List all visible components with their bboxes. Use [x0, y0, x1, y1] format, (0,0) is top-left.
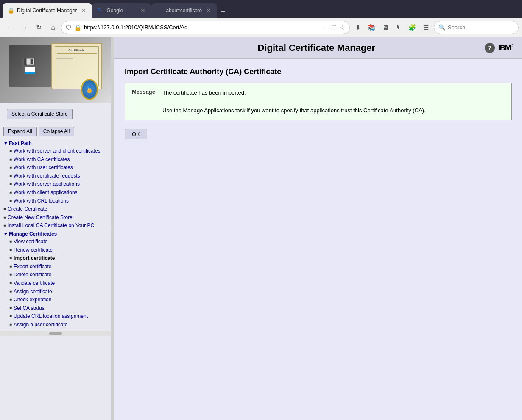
fast-path-header[interactable]: ▼ Fast Path: [0, 139, 111, 147]
main-content: Digital Certificate Manager ? IBM® Impor…: [114, 37, 522, 420]
nav-label-validate-cert: Validate certificate: [14, 280, 55, 287]
nav-work-server-client[interactable]: ■ Work with server and client certificat…: [0, 147, 111, 156]
bullet-mc-4: ■: [9, 264, 12, 269]
bullet-1: ■: [9, 148, 12, 153]
bullet-mc-9: ■: [9, 306, 12, 310]
menu-icon[interactable]: ☰: [419, 21, 432, 34]
collapse-all-button[interactable]: Collapse All: [39, 127, 75, 136]
nav-work-crl[interactable]: ■ Work with CRL locations: [0, 197, 111, 206]
nav-label-assign-cert: Assign certificate: [14, 289, 52, 295]
bullet-3: ■: [9, 165, 12, 170]
tab-title-2: Google: [106, 8, 136, 14]
address-bar[interactable]: 🛡 🔒 ··· 🛡 ☆: [61, 21, 350, 34]
nav-label-set-ca-status: Set CA status: [14, 305, 45, 312]
search-icon: 🔍: [438, 24, 445, 31]
shield-icon: 🛡: [66, 24, 72, 31]
expand-all-button[interactable]: Expand All: [3, 127, 37, 136]
nav-label-import-cert: Import certificate: [14, 255, 55, 262]
address-input[interactable]: [84, 24, 321, 31]
nav-work-server-apps[interactable]: ■ Work with server applications: [0, 180, 111, 189]
tab-title-3: about:certificate: [166, 8, 202, 14]
ok-button[interactable]: OK: [125, 129, 147, 139]
nav-check-expiration[interactable]: ■ Check expiration: [0, 296, 111, 304]
tab-favicon-1: 🔒: [8, 7, 14, 14]
nav-label-renew-cert: Renew certificate: [14, 247, 53, 254]
nav-label-view-cert: View certificate: [14, 239, 47, 245]
nav-assign-user-cert[interactable]: ■ Assign a user certificate: [0, 321, 111, 329]
nav-work-ca[interactable]: ■ Work with CA certificates: [0, 156, 111, 164]
message-line2: Use the Manage Applications task if you …: [162, 106, 426, 115]
nav-renew-cert[interactable]: ■ Renew certificate: [0, 246, 111, 255]
nav-install-local[interactable]: ■ Install Local CA Certificate on Your P…: [0, 222, 111, 230]
home-button[interactable]: ⌂: [47, 21, 59, 34]
fast-path-label: Fast Path: [9, 140, 32, 146]
fast-path-arrow: ▼: [3, 141, 8, 146]
tab-favicon-3: [156, 7, 163, 14]
resize-handle[interactable]: ⋮: [111, 37, 114, 420]
mic-icon[interactable]: 🎙: [392, 21, 405, 34]
nav-set-ca-status[interactable]: ■ Set CA status: [0, 304, 111, 313]
bullet-9: ■: [3, 215, 6, 220]
app-title: Digital Certificate Manager: [148, 42, 485, 53]
bullet-2: ■: [9, 157, 12, 161]
nav-work-user[interactable]: ■ Work with user certificates: [0, 164, 111, 172]
search-input[interactable]: [448, 24, 519, 31]
nav-label-work-server-apps: Work with server applications: [14, 181, 80, 188]
tab-close-2[interactable]: ✕: [140, 7, 146, 14]
synced-tabs-icon[interactable]: 🖥: [379, 21, 391, 34]
select-store-button[interactable]: Select a Certificate Store: [7, 109, 73, 119]
tab-google[interactable]: G Google ✕: [92, 3, 151, 18]
tab-close-3[interactable]: ✕: [205, 7, 212, 14]
message-text: The certificate has been imported. Use t…: [162, 89, 426, 115]
forward-button[interactable]: →: [18, 21, 31, 34]
nav-create-store[interactable]: ■ Create New Certificate Store: [0, 214, 111, 222]
bullet-10: ■: [3, 223, 6, 228]
select-store-area: Select a Certificate Store: [0, 103, 111, 125]
lock-icon: 🔒: [74, 24, 81, 31]
message-label: Message: [132, 89, 157, 115]
help-icon[interactable]: ?: [485, 43, 495, 53]
manage-certs-arrow: ▼: [3, 231, 8, 236]
nav-create-cert[interactable]: ■ Create Certificate: [0, 205, 111, 214]
sidebar: 💾 Certificate ───────── ───────── 🏅 Sele…: [0, 37, 111, 420]
sidebar-nav: ▼ Fast Path ■ Work with server and clien…: [0, 138, 111, 331]
nav-work-requests[interactable]: ■ Work with certificate requests: [0, 172, 111, 181]
bullet-mc-11: ■: [9, 322, 12, 327]
tab-favicon-2: G: [97, 7, 104, 14]
tab-close-1[interactable]: ✕: [80, 7, 87, 14]
nav-import-cert[interactable]: ■ Import certificate: [0, 254, 111, 263]
tab-about-cert[interactable]: about:certificate ✕: [151, 3, 217, 18]
nav-label-work-requests: Work with certificate requests: [14, 173, 80, 180]
nav-delete-cert[interactable]: ■ Delete certificate: [0, 271, 111, 279]
bullet-mc-5: ■: [9, 272, 12, 277]
tab-digital-cert[interactable]: 🔒 Digital Certificate Manager ✕: [3, 3, 92, 18]
bullet-mc-7: ■: [9, 289, 12, 294]
content-area: Import Certificate Authority (CA) Certif…: [114, 59, 522, 148]
bullet-4: ■: [9, 173, 12, 178]
nav-update-crl[interactable]: ■ Update CRL location assignment: [0, 312, 111, 321]
browser-chrome: 🔒 Digital Certificate Manager ✕ G Google…: [0, 0, 522, 37]
nav-assign-cert[interactable]: ■ Assign certificate: [0, 288, 111, 296]
tab-bar: 🔒 Digital Certificate Manager ✕ G Google…: [0, 0, 522, 18]
nav-label-create-store: Create New Certificate Store: [8, 214, 73, 221]
nav-work-client-apps[interactable]: ■ Work with client applications: [0, 189, 111, 197]
new-tab-button[interactable]: +: [217, 6, 229, 18]
download-icon[interactable]: ⬇: [352, 21, 364, 34]
search-bar[interactable]: 🔍: [434, 21, 519, 34]
sidebar-hscroll[interactable]: [0, 331, 111, 336]
nav-view-cert[interactable]: ■ View certificate: [0, 238, 111, 246]
shield2-icon: 🛡: [331, 24, 337, 31]
manage-certs-header[interactable]: ▼ Manage Certificates: [0, 230, 111, 238]
nav-icons: ⬇ 📚 🖥 🎙 🧩 ☰: [352, 21, 432, 34]
message-line1: The certificate has been imported.: [162, 89, 426, 97]
bookmarks-icon[interactable]: 📚: [365, 21, 378, 34]
reload-button[interactable]: ↻: [32, 21, 45, 34]
nav-export-cert[interactable]: ■ Export certificate: [0, 263, 111, 271]
nav-bar: ← → ↻ ⌂ 🛡 🔒 ··· 🛡 ☆ ⬇ 📚 🖥 🎙 🧩 ☰ 🔍: [0, 18, 522, 37]
bullet-mc-6: ■: [9, 281, 12, 285]
nav-validate-cert[interactable]: ■ Validate certificate: [0, 279, 111, 288]
back-button[interactable]: ←: [3, 21, 16, 34]
nav-label-assign-user-cert: Assign a user certificate: [14, 322, 67, 328]
nav-label-create-cert: Create Certificate: [8, 206, 47, 213]
extensions-icon[interactable]: 🧩: [406, 21, 419, 34]
